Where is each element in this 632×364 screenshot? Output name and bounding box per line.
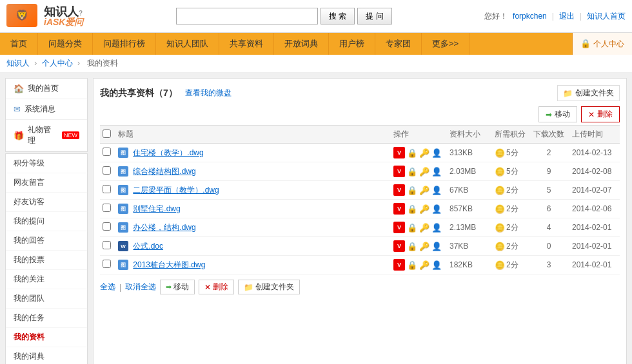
op-person-icon[interactable]: 👤 (431, 260, 442, 270)
op-lock-icon[interactable]: 🔒 (407, 223, 417, 233)
op-lock-icon[interactable]: 🔒 (407, 242, 417, 251)
bottom-delete-btn[interactable]: ✕ 删除 (199, 280, 234, 294)
nav-team[interactable]: 知识人团队 (156, 33, 219, 55)
op-key-icon[interactable]: 🔑 (419, 260, 430, 270)
nav-experts[interactable]: 专家团 (375, 33, 422, 55)
sidebar-item-home[interactable]: 🏠 我的首页 (6, 79, 87, 99)
sidebar-item-points[interactable]: 积分等级 (6, 154, 87, 173)
op-lock-icon[interactable]: 🔒 (407, 204, 417, 214)
op-v-icon[interactable]: V (393, 166, 405, 177)
breadcrumb-zhishiren[interactable]: 知识人 (6, 59, 30, 68)
op-v-icon[interactable]: V (393, 259, 405, 271)
file-downloads-4: 4 (547, 223, 551, 232)
delete-icon-top: ✕ (588, 110, 595, 119)
op-lock-icon[interactable]: 🔒 (407, 167, 417, 177)
search-input[interactable] (176, 8, 318, 24)
breadcrumb: 知识人 › 个人中心 › 我的资料 (0, 55, 632, 73)
op-lock-icon[interactable]: 🔒 (407, 186, 417, 195)
op-key-icon[interactable]: 🔑 (419, 204, 430, 214)
file-size-4: 2.13MB (449, 223, 476, 232)
file-size-6: 182KB (449, 260, 473, 269)
personal-center-btn[interactable]: 🔒 个人中心 (572, 33, 632, 55)
breadcrumb-personal[interactable]: 个人中心 (42, 59, 73, 68)
sidebar-item-myanswers[interactable]: 我的回答 (6, 231, 87, 251)
file-downloads-3: 6 (547, 204, 551, 213)
sidebar-item-myquestions[interactable]: 我的提问 (6, 212, 87, 231)
nav-dict[interactable]: 开放词典 (274, 33, 329, 55)
sidebar-item-mytasks[interactable]: 我的任务 (6, 309, 87, 328)
op-v-icon[interactable]: V (393, 240, 405, 252)
op-key-icon[interactable]: 🔑 (419, 186, 430, 195)
op-v-icon[interactable]: V (393, 222, 405, 233)
op-v-icon[interactable]: V (393, 184, 405, 196)
user-bar: 您好！ forpkchen | 退出 | 知识人首页 (484, 11, 626, 22)
search-button[interactable]: 搜 索 (321, 8, 355, 24)
sidebar-item-myfollows[interactable]: 我的关注 (6, 270, 87, 289)
row-checkbox-6[interactable] (103, 260, 111, 268)
op-key-icon[interactable]: 🔑 (419, 223, 430, 233)
op-key-icon[interactable]: 🔑 (419, 148, 430, 158)
op-person-icon[interactable]: 👤 (431, 204, 442, 214)
select-all-checkbox[interactable] (103, 129, 111, 138)
op-key-icon[interactable]: 🔑 (419, 167, 430, 177)
sidebar-item-myfiles[interactable]: 我的资料 (6, 328, 87, 347)
profile-link[interactable]: 知识人首页 (587, 11, 626, 22)
op-key-icon[interactable]: 🔑 (419, 242, 430, 251)
file-link-2[interactable]: 二层梁平面（教学）.dwg (133, 186, 219, 195)
row-checkbox-0[interactable] (103, 148, 111, 156)
file-link-1[interactable]: 综合楼结构图.dwg (133, 167, 195, 176)
op-person-icon[interactable]: 👤 (431, 223, 442, 233)
op-person-icon[interactable]: 👤 (431, 148, 442, 158)
op-v-icon[interactable]: V (393, 147, 405, 158)
select-all-link[interactable]: 全选 (100, 282, 115, 292)
sidebar-item-visitors[interactable]: 好友访客 (6, 193, 87, 212)
op-lock-icon[interactable]: 🔒 (407, 260, 417, 270)
nav-category[interactable]: 问题分类 (38, 33, 93, 55)
move-btn[interactable]: ➡ 移动 (538, 106, 577, 122)
row-checkbox-2[interactable] (103, 185, 111, 193)
bottom-move-btn[interactable]: ➡ 移动 (160, 280, 195, 294)
home-icon: 🏠 (14, 84, 24, 93)
create-folder-btn[interactable]: 📁 创建文件夹 (557, 85, 620, 101)
file-link-3[interactable]: 别墅住宅.dwg (133, 204, 180, 213)
row-checkbox-3[interactable] (103, 204, 111, 212)
file-link-4[interactable]: 办公楼，结构.dwg (133, 223, 195, 232)
sidebar-item-myvotes[interactable]: 我的投票 (6, 251, 87, 270)
sidebar-item-guestbook[interactable]: 网友留言 (6, 173, 87, 193)
file-type-icon: 图 (118, 166, 128, 177)
username-link[interactable]: forpkchen (513, 12, 547, 21)
op-person-icon[interactable]: 👤 (431, 167, 442, 177)
op-person-icon[interactable]: 👤 (431, 186, 442, 195)
nav-resources[interactable]: 共享资料 (219, 33, 274, 55)
th-score: 所需积分 (491, 126, 529, 144)
nav-ranking[interactable]: 问题排行榜 (93, 33, 156, 55)
delete-btn[interactable]: ✕ 删除 (581, 106, 620, 122)
bottom-create-folder-btn[interactable]: 📁 创建文件夹 (238, 280, 300, 294)
row-checkbox-5[interactable] (103, 241, 111, 249)
sidebar-item-myteam[interactable]: 我的团队 (6, 289, 87, 309)
file-link-6[interactable]: 2013桩台大样图.dwg (133, 260, 205, 269)
nav-more[interactable]: 更多>> (422, 33, 469, 55)
file-date-4: 2014-02-01 (572, 223, 611, 232)
content: 我的共享资料（7） 查看我的微盘 📁 创建文件夹 ➡ 移动 ✕ 删除 (93, 78, 627, 364)
row-checkbox-4[interactable] (103, 222, 111, 231)
nav-users[interactable]: 用户榜 (329, 33, 375, 55)
file-link-5[interactable]: 公式.doc (133, 242, 163, 251)
op-v-icon[interactable]: V (393, 203, 405, 215)
nav-home[interactable]: 首页 (0, 33, 38, 55)
deselect-all-link[interactable]: 取消全选 (125, 282, 156, 292)
op-lock-icon[interactable]: 🔒 (407, 148, 417, 158)
op-person-icon[interactable]: 👤 (431, 242, 442, 251)
file-type-icon: W (118, 241, 128, 251)
ask-button[interactable]: 提 问 (357, 8, 391, 24)
file-score-2: 2分 (506, 185, 518, 196)
row-checkbox-1[interactable] (103, 166, 111, 175)
file-link-0[interactable]: 住宅楼（教学）.dwg (133, 148, 203, 157)
sidebar-item-mydict[interactable]: 我的词典 (6, 347, 87, 364)
sidebar-item-messages[interactable]: ✉ 系统消息 (6, 99, 87, 120)
weipan-link[interactable]: 查看我的微盘 (185, 88, 232, 99)
sidebar-item-gifts[interactable]: 🎁 礼物管理 NEW (6, 120, 87, 151)
file-size-1: 2.03MB (449, 167, 476, 176)
file-score-4: 2分 (506, 222, 518, 233)
logout-link[interactable]: 退出 (559, 11, 575, 22)
